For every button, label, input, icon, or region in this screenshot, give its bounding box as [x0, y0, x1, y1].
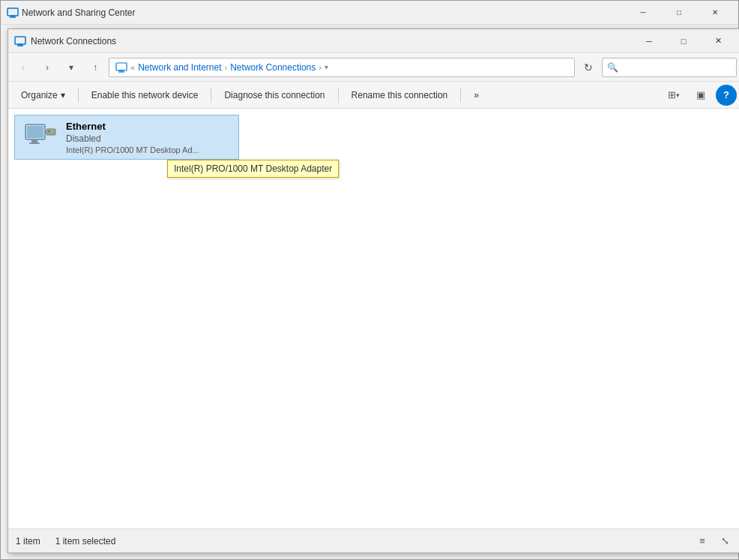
fg-titlebar: Network Connections ─ □ ✕ — [8, 29, 739, 53]
status-right: ≡ ⤡ — [693, 532, 734, 550]
ethernet-icon — [24, 123, 57, 151]
svg-rect-18 — [48, 130, 50, 132]
chevron-down-icon: ▾ — [69, 62, 73, 73]
up-button[interactable]: ↑ — [85, 57, 106, 78]
view-pane-button[interactable]: ▣ — [689, 85, 713, 106]
bg-window-icon — [7, 7, 19, 19]
ethernet-item[interactable]: Ethernet Disabled Intel(R) PRO/1000 MT D… — [14, 115, 239, 160]
refresh-icon: ↻ — [584, 61, 593, 73]
dropdown-button[interactable]: ▾ — [61, 57, 82, 78]
toolbar: Organize ▾ Enable this network device Di… — [8, 82, 739, 109]
address-expand-icon[interactable]: ▾ — [325, 63, 328, 71]
organize-chevron-icon: ▾ — [61, 90, 65, 100]
svg-rect-16 — [46, 129, 55, 135]
help-icon: ? — [723, 89, 729, 100]
svg-rect-19 — [51, 130, 53, 132]
fg-minimize-button[interactable]: ─ — [632, 29, 666, 53]
search-icon: 🔍 — [607, 62, 618, 73]
ethernet-info: Ethernet Disabled Intel(R) PRO/1000 MT D… — [66, 121, 199, 154]
view-chevron-icon: ▾ — [676, 91, 680, 99]
toolbar-separator-2 — [211, 88, 211, 103]
bg-titlebar: Network and Sharing Center ─ □ ✕ — [1, 1, 738, 25]
toolbar-separator-4 — [460, 88, 461, 103]
enable-label: Enable this network device — [91, 90, 199, 100]
more-button[interactable]: » — [465, 85, 487, 106]
svg-rect-0 — [7, 8, 18, 16]
hamburger-icon: ≡ — [699, 535, 705, 547]
ethernet-status: Disabled — [66, 133, 199, 144]
fg-window-title: Network Connections — [31, 36, 116, 46]
bg-close-button[interactable]: ✕ — [698, 2, 732, 23]
toolbar-right: ⊞ ▾ ▣ ? — [662, 85, 737, 106]
tooltip-text: Intel(R) PRO/1000 MT Desktop Adapter — [174, 163, 332, 174]
forward-button[interactable]: › — [37, 57, 58, 78]
ethernet-description: Intel(R) PRO/1000 MT Desktop Ad... — [66, 145, 199, 154]
toolbar-separator-1 — [78, 88, 79, 103]
breadcrumb-network-internet[interactable]: Network and Internet — [138, 62, 221, 73]
svg-rect-13 — [27, 126, 43, 138]
content-area: Ethernet Disabled Intel(R) PRO/1000 MT D… — [8, 109, 739, 529]
ethernet-name: Ethernet — [66, 121, 199, 132]
bg-titlebar-controls: ─ □ ✕ — [626, 2, 732, 23]
view-grid-button[interactable]: ⊞ ▾ — [662, 85, 686, 106]
up-icon: ↑ — [93, 62, 97, 73]
rename-button[interactable]: Rename this connection — [343, 85, 456, 106]
ethernet-tooltip: Intel(R) PRO/1000 MT Desktop Adapter — [167, 160, 339, 178]
fg-maximize-button[interactable]: □ — [666, 29, 701, 53]
forward-icon: › — [46, 62, 49, 73]
resize-icon: ⤡ — [721, 535, 729, 547]
ethernet-icon-wrap — [22, 119, 58, 155]
rename-label: Rename this connection — [352, 90, 448, 100]
back-icon: ‹ — [22, 62, 25, 73]
fg-window-icon — [14, 35, 26, 47]
status-bar: 1 item 1 item selected ≡ ⤡ — [8, 529, 739, 553]
svg-rect-14 — [31, 139, 37, 142]
breadcrumb-sep-2: › — [319, 63, 322, 72]
breadcrumb-sep-1: › — [225, 63, 228, 72]
back-button[interactable]: ‹ — [13, 57, 34, 78]
refresh-button[interactable]: ↻ — [578, 57, 599, 78]
address-bar: ‹ › ▾ ↑ « Network and Internet › Network… — [8, 53, 739, 82]
breadcrumb-separator-1: « — [130, 63, 135, 72]
fg-close-button[interactable]: ✕ — [701, 29, 735, 53]
breadcrumb-network-connections[interactable]: Network Connections — [230, 62, 316, 73]
bg-window-title: Network and Sharing Center — [22, 7, 135, 18]
view-pane-icon: ▣ — [696, 89, 705, 100]
diagnose-label: Diagnose this connection — [224, 90, 325, 100]
toolbar-separator-3 — [338, 88, 339, 103]
organize-button[interactable]: Organize ▾ — [13, 85, 73, 106]
status-hamburger-button[interactable]: ≡ — [693, 532, 711, 550]
svg-rect-15 — [29, 142, 40, 144]
bg-minimize-button[interactable]: ─ — [626, 2, 660, 23]
foreground-window: Network Connections ─ □ ✕ ‹ › ▾ ↑ — [7, 28, 739, 553]
status-resize-button[interactable]: ⤡ — [716, 532, 734, 550]
item-count: 1 item — [16, 536, 40, 547]
enable-network-button[interactable]: Enable this network device — [83, 85, 207, 106]
view-grid-icon: ⊞ — [668, 89, 676, 100]
svg-rect-4 — [15, 37, 25, 44]
fg-titlebar-controls: ─ □ ✕ — [632, 29, 735, 53]
svg-rect-8 — [116, 63, 127, 70]
address-network-icon — [115, 61, 127, 73]
organize-label: Organize — [21, 90, 58, 100]
more-icon: » — [474, 90, 479, 100]
search-box[interactable]: 🔍 — [602, 58, 737, 77]
selected-count: 1 item selected — [55, 536, 116, 547]
help-button[interactable]: ? — [716, 85, 737, 106]
diagnose-button[interactable]: Diagnose this connection — [216, 85, 333, 106]
bg-maximize-button[interactable]: □ — [662, 2, 696, 23]
address-box[interactable]: « Network and Internet › Network Connect… — [109, 58, 575, 77]
